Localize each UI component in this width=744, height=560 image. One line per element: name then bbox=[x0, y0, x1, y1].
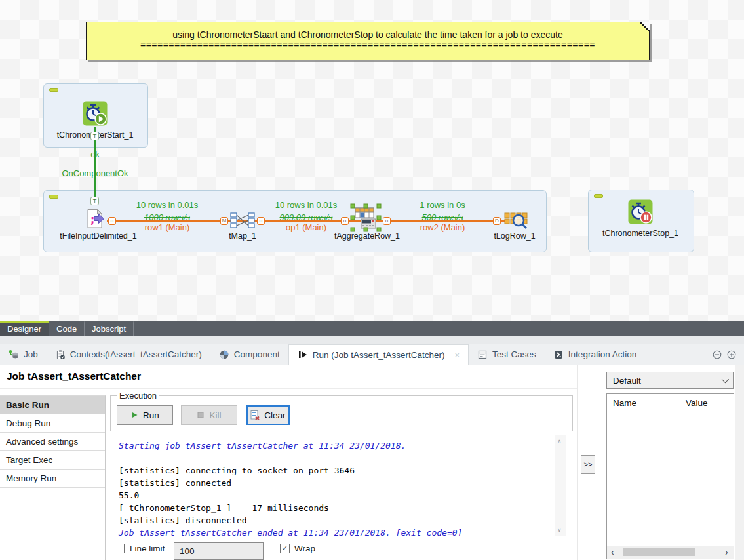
note-underline: ========================================… bbox=[87, 40, 649, 50]
chevron-down-icon bbox=[722, 376, 729, 383]
tab-integration-action[interactable]: Integration Action bbox=[545, 344, 645, 365]
console-line: [ tChronometerStop_1 ] 17 milliseconds bbox=[119, 502, 550, 514]
component-label-tmap: tMap_1 bbox=[187, 231, 298, 241]
connection1-row-stats: 10 rows in 0.01s bbox=[105, 200, 229, 210]
tab-component[interactable]: Component bbox=[210, 344, 288, 365]
tab-run-label: Run (Job tAssert_tAssertCatcher) bbox=[313, 350, 445, 360]
execution-groupbox bbox=[110, 395, 573, 431]
scroll-right-icon[interactable]: › bbox=[725, 547, 728, 557]
component-label-logrow: tLogRow_1 bbox=[459, 231, 570, 241]
panel-sash[interactable] bbox=[577, 365, 578, 560]
trigger-port-in[interactable]: T bbox=[90, 197, 99, 205]
run-icon bbox=[298, 350, 308, 360]
view-tab-bar: Job Contexts(tAssert_tAssertCatcher) Com… bbox=[0, 344, 744, 365]
contexts-icon bbox=[55, 350, 66, 360]
run-button[interactable]: Run bbox=[117, 405, 173, 425]
divider-strip bbox=[0, 336, 744, 344]
line-limit-input[interactable] bbox=[174, 542, 264, 560]
sidebar-item-target-exec[interactable]: Target Exec bbox=[0, 451, 105, 470]
play-icon bbox=[130, 411, 138, 419]
execution-console[interactable]: Starting job tAssert_tAssertCatcher at 1… bbox=[113, 435, 566, 536]
run-sidebar: Basic Run Debug Run Advanced settings Ta… bbox=[0, 395, 106, 560]
tab-job[interactable]: Job bbox=[0, 344, 47, 365]
trigger-port-out[interactable]: T bbox=[90, 132, 99, 140]
context-variables-table[interactable] bbox=[606, 393, 734, 559]
tlogrow-icon[interactable] bbox=[503, 211, 530, 231]
note-text: using tChronometerStaart and tChronomete… bbox=[87, 30, 649, 40]
console-line: [statistics] connected bbox=[119, 477, 550, 489]
designer-tab-bar: Designer Code Jobscript bbox=[0, 321, 744, 336]
column-header-value[interactable]: Value bbox=[686, 398, 708, 408]
note-fold-corner bbox=[639, 22, 650, 32]
console-line: [statistics] connecting to socket on por… bbox=[119, 464, 550, 477]
tab-integration-action-label: Integration Action bbox=[568, 350, 636, 359]
tchronometerstart-icon[interactable] bbox=[82, 100, 108, 127]
connection3-row-stats: 1 rows in 0s bbox=[380, 200, 505, 210]
sidebar-item-basic-run[interactable]: Basic Run bbox=[0, 396, 105, 414]
line-limit-checkbox[interactable] bbox=[115, 544, 125, 553]
view-controls bbox=[713, 344, 744, 365]
tab-designer[interactable]: Designer bbox=[0, 321, 49, 336]
scroll-up-icon[interactable]: ∧ bbox=[557, 438, 562, 445]
context-select-value: Default bbox=[613, 376, 641, 386]
component-icon bbox=[219, 350, 229, 360]
tab-test-cases-label: Test Cases bbox=[492, 350, 536, 359]
context-select[interactable]: Default bbox=[606, 372, 734, 389]
close-icon[interactable]: × bbox=[454, 350, 460, 360]
sidebar-item-advanced-settings[interactable]: Advanced settings bbox=[0, 433, 105, 451]
table-row-line bbox=[607, 433, 734, 433]
kill-button[interactable]: Kill bbox=[181, 405, 237, 425]
scrollbar-thumb[interactable] bbox=[623, 548, 695, 556]
sidebar-item-debug-run[interactable]: Debug Run bbox=[0, 414, 105, 433]
connection2-name[interactable]: op1 (Main) bbox=[244, 222, 368, 232]
connection3-name[interactable]: row2 (Main) bbox=[380, 222, 505, 232]
clear-button-label: Clear bbox=[264, 410, 285, 420]
line-limit-label: Line limit bbox=[130, 544, 165, 553]
connection1-rate: 1000 rows/s bbox=[105, 212, 229, 222]
wrap-checkbox[interactable]: ✓ bbox=[280, 544, 290, 553]
tab-contexts-label: Contexts(tAssert_tAssertCatcher) bbox=[70, 350, 202, 359]
scroll-down-icon[interactable]: ∨ bbox=[557, 527, 562, 533]
sticky-note[interactable]: using tChronometerStaart and tChronomete… bbox=[86, 22, 650, 60]
column-header-name[interactable]: Name bbox=[613, 398, 636, 408]
tab-component-label: Component bbox=[234, 350, 280, 359]
console-scrollbar[interactable] bbox=[555, 435, 566, 536]
kill-button-label: Kill bbox=[209, 410, 221, 420]
console-line: [statistics] disconnected bbox=[119, 514, 550, 527]
fast-view-bar bbox=[735, 365, 744, 560]
connection3-rate: 500 rows/s bbox=[380, 212, 505, 222]
tfileinputdelimited-icon[interactable]: ; bbox=[83, 207, 107, 231]
tab-jobscript[interactable]: Jobscript bbox=[85, 321, 134, 336]
component-label-aggregaterow: tAggregateRow_1 bbox=[311, 231, 423, 241]
console-line bbox=[119, 452, 550, 464]
tab-run[interactable]: Run (Job tAssert_tAssertCatcher) × bbox=[288, 344, 469, 365]
clear-icon bbox=[250, 410, 260, 420]
subjob-collapse-toggle[interactable] bbox=[49, 88, 58, 92]
job-designer-canvas[interactable]: using tChronometerStaart and tChronomete… bbox=[0, 0, 744, 321]
execution-legend: Execution bbox=[117, 391, 159, 401]
console-line: Job tAssert_tAssertCatcher ended at 11:3… bbox=[119, 527, 550, 536]
tab-test-cases[interactable]: Test Cases bbox=[469, 344, 545, 365]
scroll-left-icon[interactable]: ‹ bbox=[611, 547, 614, 557]
tab-job-label: Job bbox=[24, 350, 38, 359]
sidebar-item-memory-run[interactable]: Memory Run bbox=[0, 470, 105, 488]
connection2-row-stats: 10 rows in 0.01s bbox=[244, 200, 368, 210]
job-icon bbox=[9, 350, 19, 360]
connection1-name[interactable]: row1 (Main) bbox=[105, 222, 229, 232]
component-label-stop: tChronometerStop_1 bbox=[589, 229, 692, 238]
minimize-view-icon[interactable] bbox=[713, 350, 722, 359]
expand-context-button[interactable]: >> bbox=[581, 455, 595, 474]
tab-contexts[interactable]: Contexts(tAssert_tAssertCatcher) bbox=[47, 344, 210, 365]
clear-button[interactable]: Clear bbox=[246, 405, 290, 425]
tchronometerstop-icon[interactable] bbox=[627, 199, 654, 225]
run-button-label: Run bbox=[143, 410, 159, 420]
tab-code[interactable]: Code bbox=[49, 321, 85, 336]
page-title: Job tAssert_tAssertCatcher bbox=[7, 370, 141, 382]
stop-icon bbox=[197, 411, 205, 419]
trigger-type-label[interactable]: OnComponentOk bbox=[29, 169, 161, 178]
subjob-collapse-toggle[interactable] bbox=[49, 195, 58, 199]
table-column-divider bbox=[680, 394, 680, 545]
trigger-status-label: ok bbox=[62, 150, 128, 159]
maximize-view-icon[interactable] bbox=[727, 350, 736, 359]
subjob-collapse-toggle[interactable] bbox=[594, 194, 603, 198]
